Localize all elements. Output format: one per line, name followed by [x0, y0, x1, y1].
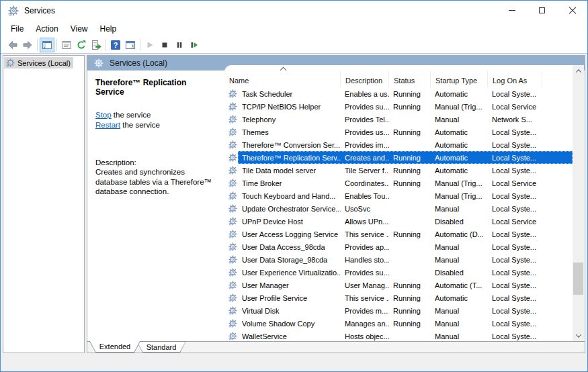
table-row[interactable]: UPnP Device HostAllows UPn...DisabledLoc… [224, 215, 573, 228]
restart-service-icon [189, 40, 200, 50]
description-label: Description: [95, 158, 216, 167]
service-action-line: Stop the service [95, 110, 216, 120]
close-button[interactable] [557, 1, 587, 20]
export-list-button[interactable] [89, 38, 103, 52]
column-header-log-on-as[interactable]: Log On As [488, 71, 542, 87]
service-gear-icon [224, 128, 238, 136]
cell-name: User Profile Service [238, 294, 341, 302]
table-row[interactable]: Therefore™ Conversion Ser...Provides im.… [224, 138, 573, 151]
console-tree-panel: Services (Local) [3, 55, 85, 353]
toolbar-separator [106, 39, 106, 51]
service-gear-icon [224, 268, 238, 277]
table-row[interactable]: Therefore™ Replication Serv...Creates an… [224, 151, 573, 164]
tab-label: Extended [99, 342, 130, 351]
forward-button[interactable] [20, 38, 35, 52]
stop-service-link[interactable]: Stop [95, 111, 112, 119]
table-row[interactable]: Time BrokerCoordinates...RunningManual (… [224, 177, 573, 189]
table-row[interactable]: TCP/IP NetBIOS HelperProvides su...Runni… [224, 100, 573, 113]
cell-status: Running [389, 103, 431, 111]
table-row[interactable]: WalletServiceHosts objec...ManualLocal S… [224, 330, 573, 341]
minimize-button[interactable] [497, 1, 527, 20]
column-header-status[interactable]: Status [389, 71, 431, 87]
column-header-startup-type[interactable]: Startup Type [431, 71, 488, 87]
back-button[interactable] [5, 38, 20, 52]
table-row[interactable]: Touch Keyboard and Hand...Enables Tou...… [224, 189, 573, 202]
table-row[interactable]: Task SchedulerEnables a us...RunningAuto… [224, 87, 573, 100]
maximize-button[interactable] [527, 1, 557, 20]
cell-description: Provides Tel... [341, 115, 389, 124]
cell-description: Creates and... [341, 154, 389, 162]
cell-description: Provides su... [341, 103, 389, 111]
show-action-pane-button[interactable] [123, 38, 138, 52]
service-gear-icon [224, 204, 238, 213]
show-console-tree-button[interactable] [40, 38, 54, 52]
table-row[interactable]: User Data Access_98cdaProvides ap...Manu… [224, 240, 573, 253]
export-list-icon [91, 40, 101, 50]
table-row[interactable]: ThemesProvides us...RunningAutomaticLoca… [224, 126, 573, 138]
cell-description: This service ... [341, 230, 389, 238]
cell-log-on-as: Local Syste... [488, 320, 542, 328]
service-gear-icon [224, 255, 238, 264]
restart-service-link[interactable]: Restart [95, 121, 120, 129]
table-row[interactable]: User Experience Virtualizatio...Provides… [224, 266, 573, 279]
cell-name: Telephony [238, 115, 341, 124]
scroll-up-button[interactable] [573, 65, 584, 77]
cell-status: Running [389, 294, 431, 302]
column-header-description[interactable]: Description [341, 71, 389, 87]
menu-help[interactable]: Help [94, 22, 123, 36]
start-service-button[interactable] [142, 38, 157, 52]
table-row[interactable]: Update Orchestrator Service...UsoSvcManu… [224, 202, 573, 215]
cell-startup-type: Automatic [431, 90, 488, 98]
service-gear-icon [224, 102, 238, 111]
cell-log-on-as: Local Syste... [488, 205, 542, 213]
service-gear-icon [224, 242, 238, 251]
scrollbar-thumb[interactable] [573, 263, 583, 295]
tab-standard[interactable]: Standard [136, 341, 186, 353]
window-title: Services [24, 6, 55, 15]
cell-name: User Data Storage_98cda [238, 256, 341, 264]
menu-file[interactable]: File [5, 22, 30, 36]
restart-service-button[interactable] [187, 38, 202, 52]
title-bar[interactable]: Services [1, 1, 587, 21]
table-row[interactable]: User Access Logging ServiceThis service … [224, 228, 573, 240]
menu-action[interactable]: Action [30, 22, 64, 36]
cell-log-on-as: Local Service [488, 103, 542, 111]
cell-name: Touch Keyboard and Hand... [238, 192, 341, 200]
column-header-name[interactable]: Name [224, 71, 341, 87]
table-row[interactable]: TelephonyProvides Tel...ManualNetwork S.… [224, 113, 573, 126]
toolbar-separator [37, 39, 38, 51]
cell-name: User Experience Virtualizatio... [238, 269, 341, 277]
table-row[interactable]: User Data Storage_98cdaHandles sto...Man… [224, 253, 573, 266]
service-gear-icon [224, 230, 238, 238]
table-row[interactable]: Volume Shadow CopyManages an...RunningMa… [224, 317, 573, 330]
cell-startup-type: Automatic (T... [431, 281, 488, 289]
table-row[interactable]: User Profile ServiceThis service ...Runn… [224, 291, 573, 304]
table-row[interactable]: Virtual DiskProvides m...RunningManualLo… [224, 304, 573, 317]
tab-extended[interactable]: Extended [89, 341, 140, 353]
cell-log-on-as: Local Syste... [488, 269, 542, 277]
cell-description: Enables Tou... [341, 192, 389, 200]
vertical-scrollbar[interactable] [573, 65, 584, 341]
cell-log-on-as: Local Syste... [488, 307, 542, 315]
properties-button[interactable] [59, 38, 74, 52]
service-gear-icon [224, 217, 238, 226]
pause-service-button[interactable] [172, 38, 187, 52]
help-button[interactable]: ? [108, 38, 123, 52]
menu-view[interactable]: View [65, 22, 94, 36]
scroll-down-button[interactable] [573, 330, 584, 341]
stop-service-button[interactable] [157, 38, 172, 52]
tree-item-services-local[interactable]: Services (Local) [4, 57, 73, 68]
cell-log-on-as: Local Syste... [488, 128, 542, 136]
cell-status: Running [389, 230, 431, 238]
cell-startup-type: Manual [431, 243, 488, 251]
action-text: the service [120, 121, 160, 129]
toolbar-separator [140, 39, 140, 51]
table-row[interactable]: User ManagerUser Manag...RunningAutomati… [224, 279, 573, 291]
refresh-button[interactable] [74, 38, 89, 52]
cell-description: User Manag... [341, 281, 389, 289]
cell-description: Handles sto... [341, 256, 389, 264]
table-row[interactable]: Tile Data model serverTile Server f...Ru… [224, 164, 573, 177]
cell-log-on-as: Local Syste... [488, 167, 542, 175]
cell-startup-type: Manual [431, 332, 488, 340]
cell-log-on-as: Local Syste... [488, 141, 542, 149]
